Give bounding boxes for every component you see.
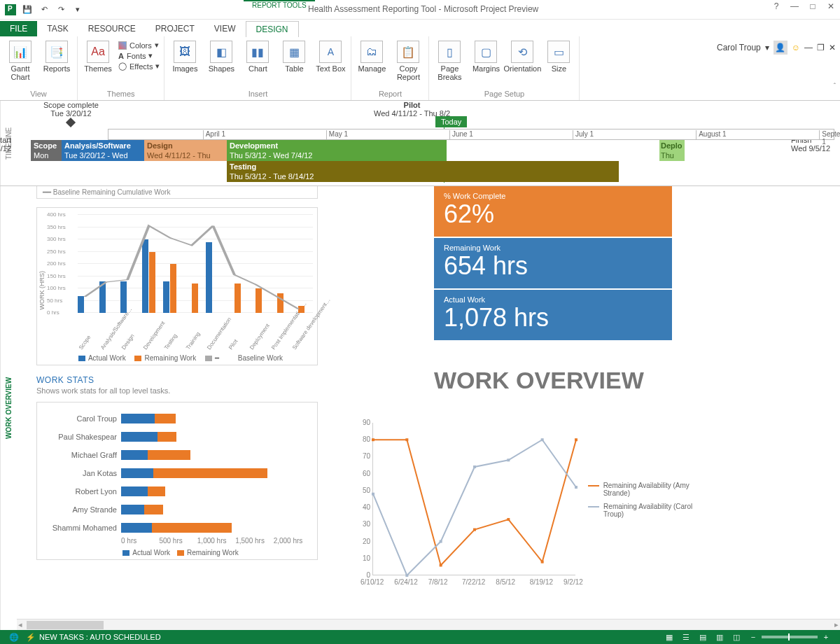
qat-dropdown-icon[interactable]: ▾ xyxy=(70,2,85,18)
size-button[interactable]: ▭Size xyxy=(542,39,575,73)
avatar-icon[interactable]: 👤 xyxy=(774,41,788,55)
group-label-themes: Themes xyxy=(82,90,160,99)
quick-access-toolbar: 💾 ↶ ↷ ▾ xyxy=(3,2,85,18)
chart-plot-area: 0 hrs50 hrs100 hrs150 hrs200 hrs250 hrs3… xyxy=(78,214,313,313)
app-icon xyxy=(3,2,18,18)
help-icon[interactable]: ? xyxy=(770,1,783,11)
svg-rect-6 xyxy=(575,438,578,441)
collapse-ribbon-icon[interactable]: ˆ xyxy=(834,83,836,90)
svg-rect-4 xyxy=(507,518,510,521)
svg-rect-1 xyxy=(405,438,408,441)
doc-close-icon[interactable]: ✕ xyxy=(829,43,836,52)
size-icon: ▭ xyxy=(547,41,570,63)
reports-icon: 📑 xyxy=(46,41,68,63)
user-name[interactable]: Carol Troup xyxy=(717,43,761,52)
svg-rect-3 xyxy=(473,528,476,531)
tile-pct-complete[interactable]: % Work Complete62% xyxy=(434,186,672,237)
textbox-button[interactable]: AText Box xyxy=(314,39,346,73)
svg-rect-12 xyxy=(541,438,544,441)
themes-icon: Aa xyxy=(87,41,109,63)
save-icon[interactable]: 💾 xyxy=(20,2,35,18)
smiley-icon[interactable]: ☺ xyxy=(792,43,800,52)
work-stats-subtitle: Shows work stats for all top level tasks… xyxy=(36,386,827,395)
today-marker: Today xyxy=(435,116,467,127)
fonts-button[interactable]: A Fonts ▾ xyxy=(118,51,160,60)
bar-development[interactable]: DevelopmentThu 5/3/12 - Wed 7/4/12 xyxy=(227,140,447,161)
close-icon[interactable]: ✕ xyxy=(825,1,837,11)
svg-rect-5 xyxy=(541,561,544,564)
horizontal-scrollbar[interactable]: ◂▸ xyxy=(17,619,840,630)
bar-analysis[interactable]: Analysis/SoftwareTue 3/20/12 - Wed xyxy=(62,140,144,161)
timeline-ruler: April 1 May 1 June 1 July 1 August 1 Sep… xyxy=(108,129,834,140)
textbox-icon: A xyxy=(319,41,342,63)
resource-work-chart[interactable]: Carol TroupPaul ShakespearMichael GraffJ… xyxy=(36,402,318,560)
redo-icon[interactable]: ↷ xyxy=(53,2,69,18)
window-controls: ? — □ ✕ xyxy=(770,1,837,11)
group-insert: 🖼Images ◧Shapes ▮▮Chart ▦Table AText Box… xyxy=(164,36,351,100)
maximize-icon[interactable]: □ xyxy=(806,1,819,11)
y-axis-label: WORK (HRS) xyxy=(38,271,46,310)
chart-button[interactable]: ▮▮Chart xyxy=(241,39,274,73)
copy-icon: 📋 xyxy=(397,41,419,63)
chart-icon: ▮▮ xyxy=(246,41,269,63)
page-breaks-icon: ▯ xyxy=(438,41,461,63)
svg-rect-10 xyxy=(473,465,476,468)
minimize-icon[interactable]: — xyxy=(788,1,801,11)
table-button[interactable]: ▦Table xyxy=(278,39,310,73)
tab-task[interactable]: TASK xyxy=(37,21,78,36)
bar-testing[interactable]: TestingThu 5/3/12 - Tue 8/14/12 xyxy=(227,161,619,182)
group-themes: AaThemes Colors ▾ A Fonts ▾ ◯ Effects ▾ … xyxy=(78,36,164,100)
bar-design[interactable]: DesignWed 4/11/12 - Thu xyxy=(144,140,227,161)
tab-file[interactable]: FILE xyxy=(0,21,37,36)
timeline-body[interactable]: Scope completeTue 3/20/12 PilotWed 4/11/… xyxy=(17,101,840,186)
contextual-tab-label: REPORT TOOLS xyxy=(244,0,315,10)
ribbon-tabs: FILE TASK RESOURCE PROJECT VIEW DESIGN C… xyxy=(0,20,840,36)
milestone-pilot: PilotWed 4/11/12 - Thu 8/2 xyxy=(374,101,450,118)
chart-legend: Actual Work Remaining Work ━ Baseline Wo… xyxy=(37,354,317,362)
shapes-button[interactable]: ◧Shapes xyxy=(205,39,237,73)
group-page-setup: ▯Page Breaks ▢Margins ⟲Orientation ▭Size… xyxy=(429,36,580,100)
tile-actual-work[interactable]: Actual Work1,078 hrs xyxy=(434,290,672,340)
tile-remaining-work[interactable]: Remaining Work654 hrs xyxy=(434,238,672,288)
summary-tiles: % Work Complete62% Remaining Work654 hrs… xyxy=(434,186,672,342)
tab-project[interactable]: PROJECT xyxy=(146,21,204,36)
work-stats-chart[interactable]: WORK (HRS) 0 hrs50 hrs100 hrs150 hrs200 … xyxy=(36,207,318,365)
bar-deploy[interactable]: DeploThu xyxy=(659,140,685,161)
tab-design[interactable]: DESIGN xyxy=(246,21,299,37)
margins-icon: ▢ xyxy=(475,41,497,63)
user-menu-icon[interactable]: ▾ xyxy=(765,43,769,52)
orientation-icon: ⟲ xyxy=(511,41,533,63)
availability-line-chart[interactable]: 01020304050607080906/10/126/24/127/8/127… xyxy=(346,419,696,601)
line-plot-area: 01020304050607080906/10/126/24/127/8/127… xyxy=(372,423,575,575)
group-label-report: Report xyxy=(356,90,424,99)
gantt-chart-button[interactable]: 📊Gantt Chart xyxy=(4,39,36,81)
images-icon: 🖼 xyxy=(174,41,196,63)
svg-rect-11 xyxy=(507,458,510,461)
bar-scope[interactable]: ScopeMon xyxy=(31,140,62,161)
manage-icon: 🗂 xyxy=(360,41,383,63)
tab-view[interactable]: VIEW xyxy=(204,21,246,36)
images-button[interactable]: 🖼Images xyxy=(169,39,201,73)
title-bar: 💾 ↶ ↷ ▾ REPORT TOOLS Health Assessment R… xyxy=(0,0,840,20)
margins-button[interactable]: ▢Margins xyxy=(470,39,502,73)
milestone-scope: Scope completeTue 3/20/12 xyxy=(43,101,99,127)
user-area: Carol Troup▾ 👤 ☺ — ❐ ✕ xyxy=(717,41,836,55)
reports-button[interactable]: 📑Reports xyxy=(41,39,73,73)
doc-restore-icon[interactable]: ❐ xyxy=(817,43,825,52)
orientation-button[interactable]: ⟲Orientation xyxy=(506,39,538,73)
tab-resource[interactable]: RESOURCE xyxy=(78,21,146,36)
colors-button[interactable]: Colors ▾ xyxy=(118,41,160,50)
line-chart-legend: Remaining Availability (Amy Strande) Rem… xyxy=(588,482,693,524)
effects-button[interactable]: ◯ Effects ▾ xyxy=(118,62,160,71)
undo-icon[interactable]: ↶ xyxy=(36,2,52,18)
ribbon-minimize-icon[interactable]: — xyxy=(804,43,813,52)
themes-button[interactable]: AaThemes xyxy=(82,39,114,73)
group-label-view: View xyxy=(4,90,73,99)
page-breaks-button[interactable]: ▯Page Breaks xyxy=(433,39,465,81)
report-canvas[interactable]: ━━ Baseline Remaining Cumulative Work WO… xyxy=(17,186,840,630)
table-icon: ▦ xyxy=(283,41,305,63)
copy-report-button[interactable]: 📋Copy Report xyxy=(392,39,424,81)
work-overview-heading: WORK OVERVIEW xyxy=(434,367,644,394)
manage-button[interactable]: 🗂Manage xyxy=(356,39,388,73)
baseline-legend-strip: ━━ Baseline Remaining Cumulative Work xyxy=(36,186,318,199)
